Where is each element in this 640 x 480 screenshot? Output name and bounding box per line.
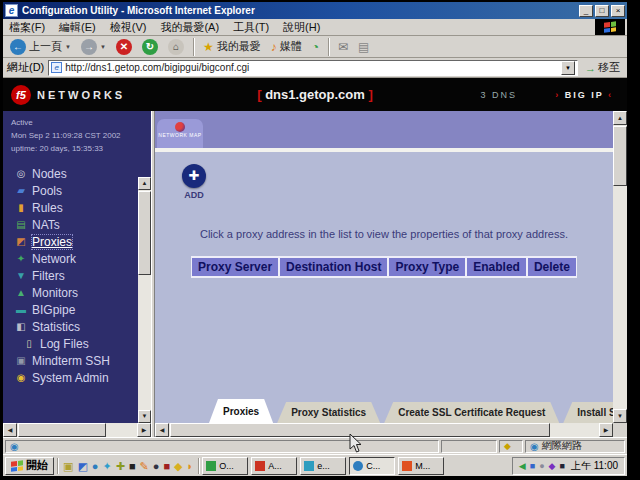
network-map-button[interactable]: NETWORK MAP	[157, 119, 203, 148]
quick-launch-icon[interactable]: ●	[92, 459, 99, 473]
back-label: 上一頁	[29, 39, 62, 54]
quick-launch-icon[interactable]: ◆	[174, 459, 182, 473]
task-button-active[interactable]: C...	[349, 457, 395, 475]
sidebar-horizontal-scrollbar[interactable]: ◀ ▶	[3, 423, 151, 437]
scroll-left-icon[interactable]: ◀	[155, 423, 169, 437]
ie-logo-icon: e	[5, 4, 18, 17]
menu-help[interactable]: 說明(H)	[283, 20, 320, 35]
sidebar-item-filters[interactable]: ▼Filters	[3, 267, 151, 284]
menu-file[interactable]: 檔案(F)	[9, 20, 45, 35]
scroll-thumb[interactable]	[613, 126, 627, 186]
home-button[interactable]: ⌂	[165, 38, 187, 56]
menu-edit[interactable]: 編輯(E)	[59, 20, 96, 35]
address-dropdown-icon[interactable]: ▼	[561, 61, 575, 75]
back-icon: ←	[10, 39, 26, 55]
forward-button[interactable]: → ▼	[78, 38, 109, 56]
task-button[interactable]: A...	[251, 457, 297, 475]
favorites-button[interactable]: ★ 我的最愛	[200, 38, 264, 55]
back-button[interactable]: ← 上一頁 ▼	[7, 38, 74, 56]
proxies-icon: ◩	[15, 236, 27, 247]
filters-icon: ▼	[15, 270, 27, 281]
sidebar-vertical-scrollbar[interactable]: ▲ ▼	[138, 177, 151, 423]
scroll-thumb[interactable]	[18, 423, 106, 437]
media-button[interactable]: ♪ 媒體	[268, 38, 305, 55]
tray-icon[interactable]: ◆	[549, 461, 556, 471]
product-bigip-label[interactable]: › BIG IP ‹	[555, 90, 613, 100]
rules-icon: ▮	[15, 202, 27, 213]
quick-launch-icon[interactable]: ✚	[116, 459, 125, 473]
print-icon: ▤	[358, 41, 369, 53]
sidebar-item-nodes[interactable]: ◎Nodes	[3, 165, 151, 182]
window-titlebar[interactable]: e Configuration Utility - Microsoft Inte…	[3, 2, 627, 19]
status-lock-segment: ◆	[499, 440, 523, 453]
scroll-left-icon[interactable]: ◀	[3, 423, 17, 437]
sidebar-item-mindterm-ssh[interactable]: ▣Mindterm SSH	[3, 352, 151, 369]
scrollbar-corner	[613, 423, 627, 437]
tray-icon[interactable]: ■	[530, 461, 535, 471]
scroll-right-icon[interactable]: ▶	[137, 423, 151, 437]
go-button[interactable]: → 移至	[582, 60, 623, 75]
sidebar-item-bigpipe[interactable]: ▬BIGpipe	[3, 301, 151, 318]
close-button[interactable]: ×	[611, 5, 625, 17]
address-input[interactable]	[65, 62, 558, 73]
refresh-button[interactable]: ↻	[139, 38, 161, 56]
scroll-right-icon[interactable]: ▶	[599, 423, 613, 437]
forward-dropdown-icon[interactable]: ▼	[100, 44, 106, 50]
tray-icon[interactable]: ■	[560, 461, 565, 471]
app-icon	[304, 461, 314, 471]
media-label: 媒體	[280, 39, 302, 54]
scroll-down-icon[interactable]: ▼	[138, 410, 151, 423]
scroll-up-icon[interactable]: ▲	[138, 177, 151, 190]
scroll-down-icon[interactable]: ▼	[613, 409, 627, 423]
back-dropdown-icon[interactable]: ▼	[65, 44, 71, 50]
sidebar-item-rules[interactable]: ▮Rules	[3, 199, 151, 216]
sidebar-item-pools[interactable]: ▰Pools	[3, 182, 151, 199]
scroll-thumb[interactable]	[138, 191, 151, 275]
quick-launch-icon[interactable]: ✎	[140, 459, 149, 473]
quick-launch-icon[interactable]: ✦	[102, 459, 111, 473]
mail-button[interactable]: ✉	[335, 40, 351, 54]
tray-icon[interactable]: ●	[539, 461, 544, 471]
sidebar-item-log-files[interactable]: ▯Log Files	[3, 335, 151, 352]
mail-icon: ✉	[338, 41, 348, 53]
main-vertical-scrollbar[interactable]: ▲ ▼	[613, 111, 627, 423]
main-horizontal-scrollbar[interactable]: ◀ ▶	[155, 423, 613, 437]
bigip-accent: ‹	[608, 90, 613, 100]
task-button[interactable]: e...	[300, 457, 346, 475]
product-3dns-label[interactable]: 3 DNS	[480, 90, 517, 100]
quick-launch-icon[interactable]: ■	[163, 459, 170, 473]
network-icon: ✦	[15, 253, 27, 264]
pools-icon: ▰	[15, 185, 27, 196]
sidebar-item-statistics[interactable]: ◧Statistics	[3, 318, 151, 335]
quick-launch-icon[interactable]: ▣	[63, 459, 73, 473]
start-button[interactable]: 開始	[5, 457, 54, 475]
sidebar-item-monitors[interactable]: ▲Monitors	[3, 284, 151, 301]
hostname: dns1.getop.com	[265, 87, 365, 102]
favorites-label: 我的最愛	[217, 39, 261, 54]
sidebar-item-nats[interactable]: ▤NATs	[3, 216, 151, 233]
stop-button[interactable]: ✕	[113, 38, 135, 56]
add-proxy-button[interactable]: ✚ ADD	[171, 164, 217, 200]
restore-button[interactable]: □	[595, 5, 609, 17]
tray-icon[interactable]: ◀	[519, 461, 526, 471]
sidebar-item-proxies[interactable]: ◩Proxies	[3, 233, 151, 250]
minimize-button[interactable]: _	[579, 5, 593, 17]
quick-launch-icon[interactable]: ◩	[77, 459, 87, 473]
add-icon[interactable]: ✚	[182, 164, 206, 188]
quick-launch-icon[interactable]: ■	[129, 459, 136, 473]
sidebar-item-system-admin[interactable]: ◉System Admin	[3, 369, 151, 386]
task-button[interactable]: O...	[202, 457, 248, 475]
media-icon: ♪	[271, 41, 277, 53]
print-button[interactable]: ▤	[355, 40, 372, 54]
quick-launch-icon[interactable]: ◗	[187, 459, 194, 473]
system-admin-icon: ◉	[15, 372, 27, 383]
menu-favorites[interactable]: 我的最愛(A)	[160, 20, 219, 35]
menu-tools[interactable]: 工具(T)	[233, 20, 269, 35]
scroll-up-icon[interactable]: ▲	[613, 111, 627, 125]
quick-launch-icon[interactable]: ●	[153, 459, 160, 473]
history-button[interactable]: ◔	[309, 40, 322, 54]
task-button[interactable]: M...	[398, 457, 444, 475]
tab-proxies[interactable]: Proxies	[209, 399, 273, 423]
sidebar-item-network[interactable]: ✦Network	[3, 250, 151, 267]
menu-view[interactable]: 檢視(V)	[110, 20, 147, 35]
